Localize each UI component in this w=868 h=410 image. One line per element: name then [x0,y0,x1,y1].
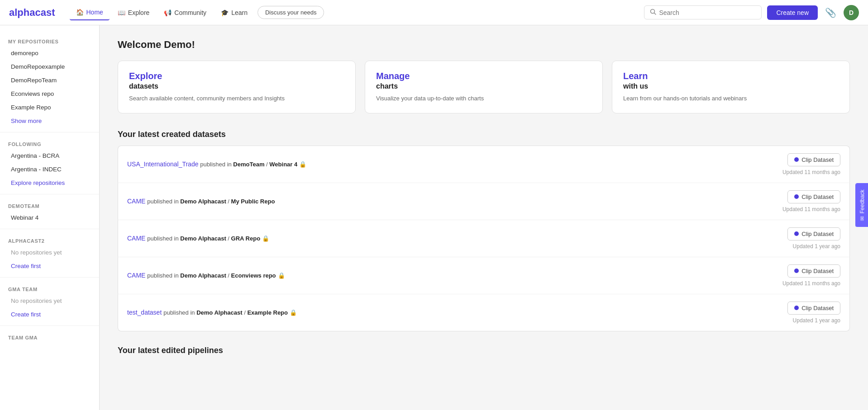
sidebar-item-indec[interactable]: Argentina - INDEC [3,163,96,176]
feedback-label: Feedback [859,189,866,213]
alphacast2-no-repos: No repositories yet [3,246,96,259]
alphacast2-label: ALPHACAST2 [0,234,99,245]
manage-card-subtitle: charts [376,82,591,90]
gma-team-label: GMA TEAM [0,282,99,294]
navbar-right: Create new 📎 D [644,5,859,20]
sidebar-item-demorepo[interactable]: demorepo [3,47,96,60]
sidebar-item-demorepo-team[interactable]: DemoRepoTeam [3,74,96,87]
home-icon: 🏠 [76,9,84,16]
gma-team-no-repos: No repositories yet [3,294,96,307]
dataset-name[interactable]: CAME [127,198,145,205]
manage-card-title: Manage [376,71,591,81]
dataset-updated: Updated 11 months ago [782,206,840,212]
dataset-right: Clip Dataset Updated 11 months ago [782,190,840,212]
feature-card-learn[interactable]: Learn with us Learn from our hands-on tu… [612,61,850,113]
dataset-updated: Updated 11 months ago [782,280,840,287]
dataset-publisher: published in Demo Alphacast / GRA Repo🔒 [147,235,269,242]
navbar: alphacast 🏠 Home 📖 Explore 📢 Community 🎓… [0,0,868,25]
dataset-publisher: published in Demo Alphacast / Econviews … [147,272,285,279]
sidebar: MY REPOSITORIES demorepo DemoRepoexample… [0,25,100,410]
sidebar-divider-2 [0,194,99,194]
demoteam-label: DEMOTEAM [0,199,99,211]
sidebar-item-bcra[interactable]: Argentina - BCRA [3,149,96,162]
dataset-row: CAME published in Demo Alphacast / GRA R… [118,220,850,257]
clip-dataset-button[interactable]: Clip Dataset [787,153,840,166]
dataset-name[interactable]: CAME [127,272,145,279]
sidebar-divider-5 [0,325,99,326]
community-icon: 📢 [164,9,172,16]
dataset-info: test_dataset published in Demo Alphacast… [127,309,787,316]
learn-card-subtitle: with us [623,82,839,90]
following-label: FOLLOWING [0,137,99,149]
clip-dot-icon [794,157,799,162]
feature-card-manage[interactable]: Manage charts Visualize your data up-to-… [365,61,603,113]
avatar[interactable]: D [844,5,859,20]
dataset-name[interactable]: USA_International_Trade [127,160,198,168]
paperclip-icon[interactable]: 📎 [823,5,838,20]
sidebar-item-example-repo[interactable]: Example Repo [3,101,96,114]
dataset-updated: Updated 11 months ago [782,169,840,175]
main-content: Welcome Demo! Explore datasets Search av… [100,25,868,410]
dataset-info: CAME published in Demo Alphacast / My Pu… [127,198,782,205]
learn-card-desc: Learn from our hands-on tutorials and we… [623,94,839,103]
my-repositories-label: MY REPOSITORIES [0,34,99,46]
page-layout: MY REPOSITORIES demorepo DemoRepoexample… [0,25,868,410]
nav-community[interactable]: 📢 Community [157,5,213,20]
team-gma-label: TEAM GMA [0,330,99,342]
dataset-info: USA_International_Trade published in Dem… [127,160,782,168]
welcome-title: Welcome Demo! [118,39,850,51]
svg-line-1 [654,13,656,15]
explore-card-title: Explore [129,71,344,81]
discuss-button[interactable]: Discuss your needs [258,6,324,19]
search-box [644,5,762,19]
nav-explore[interactable]: 📖 Explore [111,5,156,20]
clip-dot-icon [794,269,799,273]
dataset-right: Clip Dataset Updated 11 months ago [782,264,840,287]
sidebar-item-econviews[interactable]: Econviews repo [3,87,96,100]
sidebar-item-demorepoexample[interactable]: DemoRepoexample [3,60,96,73]
dataset-list: USA_International_Trade published in Dem… [118,146,850,331]
lock-icon: 🔒 [299,161,306,168]
manage-card-desc: Visualize your data up-to-date with char… [376,94,591,103]
sidebar-divider-3 [0,229,99,229]
explore-card-subtitle: datasets [129,82,344,90]
clip-dot-icon [794,231,799,236]
feedback-tab[interactable]: ✉ Feedback [856,183,868,227]
dataset-updated: Updated 1 year ago [793,317,840,324]
alphacast2-create-first[interactable]: Create first [3,259,96,273]
gma-team-create-first[interactable]: Create first [3,308,96,321]
sidebar-item-webinar4[interactable]: Webinar 4 [3,211,96,224]
learn-icon: 🎓 [221,9,229,16]
dataset-info: CAME published in Demo Alphacast / GRA R… [127,235,787,242]
clip-dataset-button[interactable]: Clip Dataset [787,227,840,240]
lock-icon: 🔒 [262,235,269,242]
dataset-updated: Updated 1 year ago [793,243,840,250]
dataset-publisher: published in DemoTeam / Webinar 4🔒 [200,161,306,168]
lock-icon: 🔒 [290,309,297,316]
dataset-right: Clip Dataset Updated 1 year ago [787,227,840,250]
app-logo[interactable]: alphacast [9,7,55,19]
dataset-publisher: published in Demo Alphacast / My Public … [147,198,275,205]
feature-card-explore[interactable]: Explore datasets Search available conten… [118,61,356,113]
clip-dataset-button[interactable]: Clip Dataset [787,190,840,203]
sidebar-divider-4 [0,277,99,278]
explore-repositories-link[interactable]: Explore repositories [3,176,96,189]
dataset-row: CAME published in Demo Alphacast / Econv… [118,257,850,294]
feedback-email-icon: ✉ [859,216,866,221]
nav-home[interactable]: 🏠 Home [70,5,110,20]
lock-icon: 🔒 [278,272,285,279]
show-more-link[interactable]: Show more [3,114,96,127]
explore-card-desc: Search available content, community memb… [129,94,344,103]
create-new-button[interactable]: Create new [767,5,818,20]
clip-dataset-button[interactable]: Clip Dataset [787,264,840,278]
clip-dataset-button[interactable]: Clip Dataset [787,302,840,315]
dataset-name[interactable]: CAME [127,235,145,242]
learn-card-title: Learn [623,71,839,81]
search-input[interactable] [659,9,756,16]
latest-pipelines-title: Your latest edited pipelines [118,346,850,355]
nav-links: 🏠 Home 📖 Explore 📢 Community 🎓 Learn Dis… [70,5,324,20]
clip-dot-icon [794,306,799,310]
nav-learn[interactable]: 🎓 Learn [215,5,254,20]
dataset-name[interactable]: test_dataset [127,309,162,316]
sidebar-divider-1 [0,132,99,132]
